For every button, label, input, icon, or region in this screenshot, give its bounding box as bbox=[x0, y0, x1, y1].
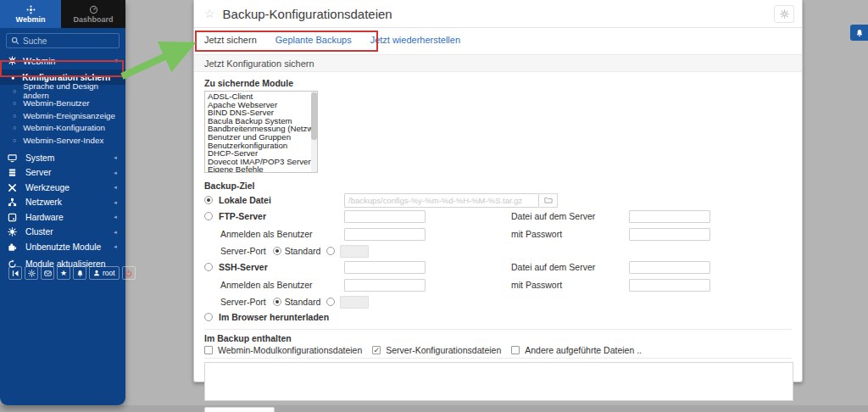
logout-button[interactable] bbox=[122, 266, 136, 280]
include-other-label: Andere aufgeführte Dateien .. bbox=[525, 345, 642, 355]
include-webmin-checkbox[interactable] bbox=[204, 346, 213, 354]
sidebar-group-webmin[interactable]: Webmin ▾ bbox=[0, 52, 125, 70]
include-server-checkbox[interactable]: ✓ bbox=[372, 346, 381, 354]
search-icon bbox=[11, 36, 19, 45]
sidebar-category-cluster[interactable]: Cluster ◄ bbox=[0, 225, 125, 240]
annotation-green-arrow bbox=[119, 36, 203, 82]
settings-gear-icon bbox=[28, 270, 36, 277]
ssh-port-row: Server-Port Standard bbox=[204, 295, 792, 309]
sidebar-header-tabs: Webmin Dashboard bbox=[0, 0, 125, 28]
tab-dashboard-label: Dashboard bbox=[73, 15, 113, 24]
mail-button[interactable] bbox=[41, 266, 54, 280]
bullet-icon: ○ bbox=[13, 88, 16, 94]
module-tabs: Jetzt sichern Geplante Backups Jetzt wie… bbox=[204, 35, 460, 45]
ssh-host-input[interactable] bbox=[344, 261, 426, 274]
ssh-password-label: mit Passwort bbox=[511, 280, 629, 290]
section-title: Jetzt Konfiguration sichern bbox=[204, 58, 314, 69]
sidebar-category-system[interactable]: System ◄ bbox=[0, 151, 125, 166]
ssh-password-input[interactable] bbox=[629, 279, 710, 292]
sidebar-category-werkzeuge[interactable]: Werkzeuge ◄ bbox=[0, 181, 125, 196]
download-radio[interactable] bbox=[204, 313, 213, 321]
power-icon bbox=[125, 270, 132, 277]
ftp-password-input[interactable] bbox=[629, 228, 710, 241]
collapse-sidebar-button[interactable] bbox=[8, 266, 22, 280]
tab-webmin[interactable]: Webmin bbox=[0, 0, 61, 28]
sidebar-category-unbenutzte-module[interactable]: Unbenutzte Module ◄ bbox=[0, 240, 125, 255]
ssh-port-default-radio[interactable] bbox=[273, 298, 281, 306]
star-outline-icon[interactable]: ☆ bbox=[204, 7, 215, 20]
sidebar-item-sprache-design[interactable]: ○Sprache und Design ändern bbox=[0, 85, 125, 97]
sidebar-item-label: Sprache und Design ändern bbox=[23, 81, 118, 100]
tab-geplante-backups[interactable]: Geplante Backups bbox=[275, 35, 352, 45]
ssh-file-input[interactable] bbox=[629, 261, 710, 274]
sidebar-item-ereignisanzeige[interactable]: ○Webmin-Ereignisanzeige bbox=[0, 109, 125, 122]
favorites-button[interactable]: ★ bbox=[57, 266, 70, 280]
list-item[interactable]: Eigene Befehle bbox=[208, 165, 317, 173]
ssh-user-input[interactable] bbox=[344, 279, 426, 292]
ftp-file-input[interactable] bbox=[629, 210, 710, 223]
backup-form: Zu sichernde Module ADSL-Client Apache W… bbox=[194, 72, 802, 412]
sidebar-item-server-index[interactable]: ○Webmin-Server-Index bbox=[0, 134, 125, 147]
file-chooser-button[interactable] bbox=[539, 193, 558, 208]
local-file-input[interactable] bbox=[344, 193, 539, 208]
ftp-port-input[interactable] bbox=[340, 245, 369, 258]
backup-now-button[interactable]: Jetzt sichern bbox=[204, 407, 275, 412]
sidebar-category-server[interactable]: Server ◄ bbox=[0, 165, 125, 181]
gear-icon bbox=[8, 56, 17, 65]
chevron-left-icon: ◄ bbox=[113, 230, 118, 235]
include-other-checkbox[interactable] bbox=[511, 346, 520, 354]
sidebar-category-label: Netzwerk bbox=[25, 198, 62, 207]
notification-edge-button[interactable] bbox=[850, 25, 868, 41]
bullet-icon: ○ bbox=[13, 137, 16, 143]
scrollbar-thumb[interactable] bbox=[311, 92, 317, 140]
ftp-port-default-label: Standard bbox=[285, 246, 321, 256]
sidebar-item-webmin-konfiguration[interactable]: ○Webmin-Konfiguration bbox=[0, 122, 125, 135]
tab-jetzt-wiederherstellen[interactable]: Jetzt wiederherstellen bbox=[370, 35, 460, 45]
ftp-password-label: mit Passwort bbox=[511, 229, 629, 239]
notifications-button[interactable] bbox=[73, 266, 86, 280]
include-options-row: Webmin-Modulkonfigurationsdateien ✓ Serv… bbox=[204, 345, 792, 359]
module-config-button[interactable] bbox=[774, 5, 794, 23]
mail-icon bbox=[44, 270, 52, 277]
sidebar-category-netzwerk[interactable]: Netzwerk ◄ bbox=[0, 195, 125, 210]
user-icon bbox=[93, 270, 100, 276]
chevron-left-icon: ◄ bbox=[113, 155, 118, 160]
modules-listbox[interactable]: ADSL-Client Apache Webserver BIND DNS-Se… bbox=[204, 91, 318, 173]
chevron-left-icon: ◄ bbox=[113, 214, 118, 220]
ftp-host-input[interactable] bbox=[344, 210, 426, 223]
sidebar-search[interactable] bbox=[6, 33, 120, 48]
user-button[interactable]: root bbox=[89, 266, 120, 280]
server-icon bbox=[8, 168, 19, 177]
ftp-user-input[interactable] bbox=[344, 228, 426, 241]
listbox-scrollbar[interactable] bbox=[311, 92, 317, 172]
tab-dashboard[interactable]: Dashboard bbox=[61, 0, 125, 28]
hardware-icon bbox=[8, 213, 19, 222]
theme-settings-button[interactable] bbox=[25, 266, 38, 280]
tab-jetzt-sichern[interactable]: Jetzt sichern bbox=[204, 35, 257, 45]
chevron-left-icon: ◄ bbox=[113, 170, 118, 175]
user-label: root bbox=[103, 269, 115, 277]
ssh-server-label: SSH-Server bbox=[219, 262, 268, 272]
search-input[interactable] bbox=[23, 36, 108, 46]
section-header: Jetzt Konfiguration sichern bbox=[194, 54, 802, 72]
ssh-server-radio[interactable] bbox=[204, 263, 213, 271]
other-files-textarea[interactable] bbox=[204, 362, 793, 401]
sidebar-item-label: Konfiguration sichern bbox=[22, 73, 110, 82]
ftp-server-radio[interactable] bbox=[204, 212, 213, 220]
bell-icon bbox=[855, 29, 864, 37]
sidebar-category-hardware[interactable]: Hardware ◄ bbox=[0, 210, 125, 225]
webmin-logo-icon bbox=[26, 5, 36, 14]
sidebar-category-label: Server bbox=[25, 168, 51, 177]
ftp-user-label: Anmelden als Benutzer bbox=[204, 229, 344, 239]
sidebar-category-label: Cluster bbox=[25, 227, 53, 237]
ssh-port-custom-radio[interactable] bbox=[326, 298, 335, 306]
ftp-port-custom-radio[interactable] bbox=[326, 247, 335, 255]
network-icon bbox=[8, 198, 19, 207]
ftp-port-default-radio[interactable] bbox=[273, 247, 281, 255]
collapse-icon bbox=[12, 270, 19, 277]
backup-target-label: Backup-Ziel bbox=[204, 181, 792, 191]
sidebar-category-label: Hardware bbox=[25, 213, 64, 222]
ssh-port-input[interactable] bbox=[340, 296, 369, 309]
local-file-radio[interactable] bbox=[204, 196, 213, 204]
folder-icon bbox=[544, 196, 553, 204]
